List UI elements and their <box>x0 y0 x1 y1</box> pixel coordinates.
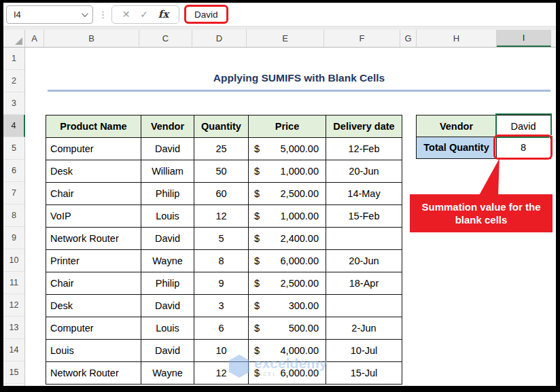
column-header-h[interactable]: H <box>417 30 497 47</box>
row-header-8[interactable]: 8 <box>3 204 24 227</box>
cell-product[interactable]: Chair <box>46 183 141 205</box>
row-header-12[interactable]: 12 <box>3 294 24 317</box>
row-header-5[interactable]: 5 <box>3 137 24 160</box>
row-header-7[interactable]: 7 <box>3 182 24 204</box>
summary-vendor-label[interactable]: Vendor <box>416 115 497 137</box>
row-header-2[interactable]: 2 <box>3 70 24 92</box>
cell-quantity[interactable]: 8 <box>194 250 249 272</box>
cell-product[interactable]: VoIP <box>46 205 141 228</box>
row-header-3[interactable]: 3 <box>3 92 24 115</box>
column-header-e[interactable]: E <box>247 30 324 47</box>
cell-quantity[interactable]: 9 <box>194 272 249 295</box>
cell-delivery[interactable]: 12-Feb <box>326 138 402 160</box>
row-header-4-selected[interactable]: 4 <box>3 115 25 137</box>
row-header-11[interactable]: 11 <box>3 272 24 294</box>
cell-vendor[interactable]: Louis <box>141 317 194 340</box>
row-header-9[interactable]: 9 <box>3 227 24 249</box>
cell-vendor[interactable]: Louis <box>141 205 194 228</box>
summary-total-label[interactable]: Total Quantity <box>416 137 497 159</box>
cell-vendor[interactable]: Wayne <box>141 362 194 385</box>
cell-price[interactable]: $6,000.00 <box>249 362 326 385</box>
cell-price[interactable]: $300.00 <box>249 295 326 317</box>
cell-price[interactable]: $5,000.00 <box>249 138 326 160</box>
column-header-b[interactable]: B <box>44 30 139 47</box>
cell-vendor[interactable]: David <box>141 228 194 250</box>
cell-delivery[interactable]: 10-Jul <box>326 340 402 362</box>
cell-price[interactable]: $1,000.00 <box>249 160 326 183</box>
cell-product[interactable]: Computer <box>46 138 141 160</box>
column-header-a[interactable]: A <box>25 30 44 47</box>
cell-price[interactable]: $500.00 <box>249 317 326 340</box>
cell-product[interactable]: Desk <box>46 295 141 317</box>
summary-total-value-cell-i5[interactable]: 8 <box>496 137 551 159</box>
cell-vendor[interactable]: David <box>141 138 194 160</box>
cell-product[interactable]: Computer <box>46 317 141 340</box>
header-vendor[interactable]: Vendor <box>141 115 194 138</box>
cell-quantity[interactable]: 5 <box>194 228 249 250</box>
cell-vendor[interactable]: William <box>141 160 194 183</box>
cell-quantity[interactable]: 60 <box>194 183 249 205</box>
name-box[interactable]: I4 <box>6 5 93 24</box>
cell-product[interactable]: Louis <box>46 340 141 362</box>
sheet-title[interactable]: Applying SUMIFS with Blank Cells <box>48 72 550 84</box>
cell-delivery[interactable]: 20-Jun <box>326 160 402 183</box>
cell-delivery[interactable]: 15-Feb <box>326 205 402 228</box>
column-header-g[interactable]: G <box>400 30 417 47</box>
cell-quantity[interactable]: 12 <box>194 362 249 385</box>
cell-delivery[interactable]: 2-Jun <box>326 317 402 340</box>
cell-product[interactable]: Printer <box>46 250 141 272</box>
cell-quantity[interactable]: 12 <box>194 205 249 228</box>
formula-buttons-group: ✕ ✓ fx <box>111 5 179 24</box>
insert-function-icon[interactable]: fx <box>158 8 169 20</box>
column-header-i-selected[interactable]: I <box>497 30 551 47</box>
cell-price[interactable]: $4,000.00 <box>249 340 326 362</box>
cell-price[interactable]: $2,400.00 <box>249 228 326 250</box>
formula-bar[interactable]: David <box>184 5 553 24</box>
cell-quantity[interactable]: 10 <box>194 340 249 362</box>
cell-product[interactable]: Desk <box>46 160 141 183</box>
row-header-14[interactable]: 14 <box>3 339 24 361</box>
cell-quantity[interactable]: 25 <box>194 138 249 160</box>
row-header-1[interactable]: 1 <box>3 48 24 70</box>
cell-product[interactable]: Chair <box>46 272 141 295</box>
cell-delivery[interactable]: 14-May <box>326 183 402 205</box>
select-all-corner[interactable] <box>3 30 25 47</box>
row-header-13[interactable]: 13 <box>3 317 24 339</box>
cell-quantity[interactable]: 3 <box>194 295 249 317</box>
column-header-c[interactable]: C <box>139 30 192 47</box>
cell-vendor[interactable]: Philip <box>141 272 194 295</box>
column-header-f[interactable]: F <box>324 30 400 47</box>
row-header-6[interactable]: 6 <box>3 160 24 182</box>
cell-delivery[interactable]: 18-Apr <box>326 272 402 295</box>
cell-quantity[interactable]: 50 <box>194 160 249 183</box>
row-header-15[interactable]: 15 <box>3 361 24 384</box>
table-row: Network Router David 5 $2,400.00 <box>46 228 402 250</box>
cell-product[interactable]: Network Router <box>46 362 141 385</box>
cell-price[interactable]: $6,000.00 <box>249 250 326 272</box>
cell-delivery-blank[interactable] <box>326 295 402 317</box>
currency-symbol: $ <box>254 188 260 199</box>
cell-price[interactable]: $2,500.00 <box>249 183 326 205</box>
cell-price[interactable]: $2,500.00 <box>249 272 326 295</box>
cell-delivery[interactable]: 20-Jun <box>326 250 402 272</box>
header-delivery-date[interactable]: Delivery date <box>326 115 402 138</box>
header-product-name[interactable]: Product Name <box>46 115 141 138</box>
cell-vendor[interactable]: Philip <box>141 183 194 205</box>
cell-delivery[interactable]: 15-Jul <box>326 362 402 385</box>
header-price[interactable]: Price <box>249 115 326 138</box>
enter-icon[interactable]: ✓ <box>140 9 148 20</box>
cell-price[interactable]: $1,000.00 <box>249 205 326 228</box>
cell-delivery-blank[interactable] <box>326 228 402 250</box>
cancel-icon[interactable]: ✕ <box>122 9 130 20</box>
summary-total-row: Total Quantity 8 <box>416 137 551 159</box>
summary-vendor-value-cell-i4[interactable]: David <box>496 115 551 137</box>
cell-quantity[interactable]: 6 <box>194 317 249 340</box>
cell-vendor[interactable]: David <box>141 340 194 362</box>
cell-vendor[interactable]: David <box>141 295 194 317</box>
column-header-d[interactable]: D <box>192 30 247 47</box>
header-quantity[interactable]: Quantity <box>194 115 249 138</box>
chevron-down-icon[interactable] <box>82 10 88 17</box>
cell-product[interactable]: Network Router <box>46 228 141 250</box>
cell-vendor[interactable]: Wayne <box>141 250 194 272</box>
row-header-10[interactable]: 10 <box>3 249 24 272</box>
